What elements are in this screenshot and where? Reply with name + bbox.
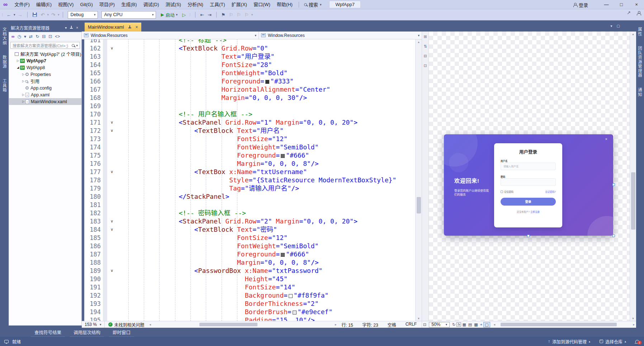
scroll-right-icon[interactable]: ▸ (333, 323, 338, 326)
expand-pane-icon[interactable]: ⊞ (423, 34, 427, 39)
collapse-pane-icon[interactable]: ⊡ (423, 63, 427, 68)
window-position-dropdown[interactable]: ▾ (63, 26, 68, 30)
password-input[interactable] (501, 178, 556, 186)
fit-to-screen-icon[interactable]: ⊡ (422, 322, 427, 327)
expand-arrow-icon[interactable]: ▷ (21, 73, 25, 76)
menu-item[interactable]: 视图(V) (55, 0, 77, 9)
scroll-down-icon[interactable]: ▾ (416, 317, 422, 320)
show-grid-icon[interactable]: ▦ (461, 322, 467, 327)
expand-arrow-icon[interactable]: ▷ (21, 80, 25, 83)
add-to-source-control-button[interactable]: ↑ 添加到源代码管理 ▴ (548, 338, 590, 345)
restore-button[interactable]: □ (614, 0, 629, 9)
menu-item[interactable]: 文件(F) (11, 0, 33, 9)
scroll-right-icon[interactable]: ▸ (631, 323, 636, 326)
code-line[interactable]: 194 BorderBrush="#e9ecef" (84, 308, 415, 316)
menu-item[interactable]: 编辑(E) (33, 0, 55, 9)
collapse-chevron-icon[interactable]: ∨ (107, 128, 117, 133)
start-without-debugging-button[interactable]: ▷ (180, 12, 188, 18)
sign-in-button[interactable]: 登录 (573, 1, 588, 8)
line-ending-indicator[interactable]: CRLF (406, 322, 417, 328)
toolbar-overflow-dropdown[interactable]: ▾ (251, 13, 254, 16)
collapse-chevron-icon[interactable]: ∨ (107, 268, 117, 273)
collapse-chevron-icon[interactable]: ∨ (107, 46, 117, 51)
code-line[interactable]: 193 BorderThickness="2" (84, 299, 415, 308)
menu-item[interactable]: Git(G) (77, 0, 96, 9)
gridlines-icon[interactable]: ▩ (473, 322, 479, 327)
pin-icon[interactable] (70, 26, 73, 29)
tree-item[interactable]: ▷C#WpfApp7 (9, 57, 81, 64)
code-line[interactable]: 178 Style="{StaticResource ModernTextBox… (84, 176, 415, 184)
solution-search[interactable]: 搜索解决方案资源管理器(Ctrl+;) ▾ (9, 41, 82, 50)
navigate-forward-button[interactable]: → (16, 12, 24, 18)
scroll-down-icon[interactable]: ▾ (630, 317, 636, 320)
menu-item[interactable]: 窗口(W) (250, 0, 274, 9)
resize-handle[interactable] (527, 235, 530, 237)
toggle-bookmark-button[interactable]: ⚑ (219, 12, 227, 18)
scrollbar-thumb[interactable] (501, 323, 617, 326)
menu-item[interactable]: 分析(N) (184, 0, 207, 9)
tree-item[interactable]: ▷‹›MainWindow.xaml (9, 98, 81, 105)
solution-configuration-dropdown[interactable]: Debug ▾ (68, 11, 98, 19)
save-button[interactable] (33, 13, 37, 17)
tool-strip-tab[interactable]: 通知 (637, 85, 643, 100)
dropdown-icon[interactable]: ▾ (23, 34, 27, 39)
code-line[interactable]: 179 Tag="请输入用户名"/> (84, 184, 415, 192)
menu-item[interactable]: 测试(S) (162, 0, 184, 9)
minimize-button[interactable]: — (599, 0, 614, 9)
start-debugging-button[interactable]: ▶ 启动 ▾ (161, 11, 177, 18)
feedback-chat-icon[interactable] (4, 340, 9, 343)
code-line[interactable]: 192 Background="#f8f9fa" (84, 291, 415, 299)
register-link[interactable]: 立即注册 (530, 211, 540, 213)
collapse-all-icon[interactable]: ⊟ (41, 34, 47, 39)
collapse-chevron-icon[interactable]: ∨ (107, 120, 117, 125)
code-line[interactable]: 191 FontSize="14" (84, 283, 415, 291)
code-line[interactable]: 162∨ <TextBlock Grid.Row="0" (84, 44, 415, 52)
step-forward-button[interactable]: ⇥ (206, 12, 213, 18)
tree-item[interactable]: App.config (9, 85, 81, 91)
code-line[interactable]: 195 Padding="15, 10"/> (84, 316, 415, 321)
code-line[interactable]: 175 Foreground="#666" (84, 151, 415, 159)
code-line[interactable]: 171∨ <StackPanel Grid.Row="1" Margin="0,… (84, 118, 415, 126)
tree-item[interactable]: ▷引用 (9, 78, 81, 85)
refresh-icon[interactable]: ↻ (34, 34, 40, 39)
code-line[interactable]: 188 Margin="0, 0, 0, 8"/> (84, 258, 415, 266)
code-line[interactable]: 186 FontWeight="SemiBold" (84, 242, 415, 250)
indentation-indicator[interactable]: 空格 (388, 322, 396, 328)
select-repository-button[interactable]: 选择仓库 ▴ (600, 338, 626, 345)
code-line[interactable]: 189∨ <PasswordBox x:Name="txtPassword" (84, 266, 415, 275)
effects-toggle-icon[interactable]: fx (456, 322, 461, 327)
undo-button[interactable]: ↶ (39, 12, 47, 18)
code-line[interactable]: 168 Margin="0, 0, 0, 30"/> (84, 93, 415, 102)
code-line[interactable]: 170 <!-- 用户名输入框 --> (84, 110, 415, 118)
navigate-back-button[interactable]: ← (5, 12, 13, 18)
code-line[interactable]: 161 <!-- 标题 --> (84, 39, 415, 44)
menu-item[interactable]: 项目(P) (96, 0, 118, 9)
code-line[interactable]: 163 Text="用户登录" (84, 52, 415, 61)
close-panel-icon[interactable]: × (75, 26, 80, 30)
next-bookmark-button[interactable]: ⚐ (235, 12, 243, 18)
menu-item[interactable]: 扩展(X) (228, 0, 250, 9)
tree-item[interactable]: ▷‹›App.xaml (9, 91, 81, 98)
disable-project-code-icon[interactable]: ▢ (483, 322, 490, 327)
sync-with-active-document-icon[interactable]: ⇄ (28, 34, 34, 39)
live-share-icon[interactable]: ↗ (625, 10, 633, 15)
scrollbar-thumb[interactable] (417, 197, 421, 213)
username-input[interactable]: 请输入用户名 (501, 163, 556, 170)
undo-dropdown[interactable]: ▾ (46, 13, 49, 16)
quick-search[interactable]: 搜索 ▾ (304, 1, 322, 8)
step-backward-button[interactable]: ⇤ (198, 12, 206, 18)
menu-item[interactable]: 工具(T) (207, 0, 228, 9)
scroll-up-icon[interactable]: ▴ (630, 32, 636, 36)
document-health-indicator[interactable]: ✓ 未找到相关问题 (105, 322, 148, 328)
code-line[interactable]: 185 FontSize="12" (84, 234, 415, 242)
editor-zoom-dropdown[interactable]: 153 % ▾ (82, 321, 105, 328)
redo-button[interactable]: ↷ (49, 12, 57, 18)
solution-platform-dropdown[interactable]: Any CPU ▾ (101, 11, 156, 19)
code-line[interactable]: 169 (84, 102, 415, 110)
notifications-button[interactable]: 2 (635, 340, 639, 343)
designer-login-window[interactable]: × 欢迎回来! 登录您的账户以继续使用我们的服务 用户登录 用户名 请输入用户名… (444, 134, 613, 236)
refresh-designer-icon[interactable]: ↻ (451, 322, 456, 327)
designer-zoom-dropdown[interactable]: 50% ▾ (429, 322, 450, 327)
code-line[interactable]: 183∨ <StackPanel Grid.Row="2" Margin="0,… (84, 217, 415, 225)
editor-vertical-scrollbar[interactable]: ▴ ▾ (415, 39, 422, 321)
